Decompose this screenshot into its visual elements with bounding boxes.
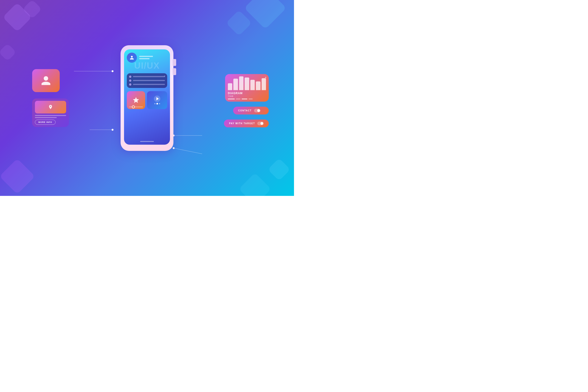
diagram-bline-1 — [228, 98, 235, 99]
diagram-card: × DIAGRAM 736$ — [225, 74, 269, 102]
contact-knob — [257, 109, 260, 112]
pay-toggle[interactable] — [257, 122, 264, 125]
contact-toggle[interactable] — [254, 108, 260, 112]
bar-7 — [262, 78, 266, 90]
play-card — [147, 91, 167, 109]
contact-row: CONTACT — [233, 106, 269, 114]
diagram-bottom-lines — [228, 98, 266, 99]
list-card: × — [127, 73, 167, 88]
star-card — [127, 91, 145, 109]
play-dot-2 — [156, 103, 158, 104]
bg-diamond-7 — [239, 173, 271, 196]
phone-user-icon — [129, 55, 134, 60]
bar-3 — [239, 76, 244, 90]
phone-screen: UI/UX × — [124, 49, 170, 145]
star-icon — [132, 96, 140, 104]
phone-home-bar — [140, 141, 154, 142]
bar-4 — [244, 78, 249, 90]
list-item — [129, 80, 165, 82]
svg-point-1 — [112, 70, 114, 72]
phone-button-1 — [173, 59, 176, 66]
bg-diamond-8 — [0, 44, 16, 61]
diagram-value: 736$ — [228, 95, 266, 97]
star-slider[interactable] — [129, 106, 143, 108]
bar-1 — [228, 83, 232, 90]
phone-mockup: UI/UX × — [120, 45, 174, 151]
header-line-2 — [139, 58, 150, 59]
background: MORE INFO UI/UX × — [0, 0, 294, 196]
right-cards-container: × DIAGRAM 736$ CONTACT — [224, 74, 269, 127]
bg-diamond-5 — [0, 158, 35, 194]
info-lines — [35, 115, 66, 118]
profile-card — [32, 69, 60, 92]
diagram-title: DIAGRAM — [228, 92, 266, 94]
diagram-close-icon[interactable]: × — [265, 76, 266, 78]
bar-6 — [256, 81, 260, 90]
info-line-2 — [35, 117, 57, 118]
diagram-bline-3 — [242, 98, 247, 99]
info-line-1 — [35, 115, 66, 116]
list-line-2 — [133, 80, 165, 81]
svg-line-6 — [174, 148, 202, 154]
pay-with-target-button[interactable]: PAY WITH TARGET — [224, 120, 269, 127]
contact-button[interactable]: CONTACT — [233, 106, 269, 114]
svg-point-7 — [173, 147, 174, 149]
diagram-bars — [228, 76, 266, 90]
phone-header — [127, 52, 167, 63]
pay-row: PAY WITH TARGET — [224, 120, 269, 127]
diagram-bline-4 — [248, 98, 253, 99]
phone-avatar — [127, 52, 137, 63]
map-image — [35, 101, 66, 114]
play-dots — [154, 103, 160, 104]
phone-button-2 — [173, 68, 176, 75]
bar-2 — [233, 78, 238, 90]
play-dot-1 — [154, 103, 156, 104]
bg-diamond-4 — [226, 10, 252, 36]
diagram-bline-2 — [236, 98, 240, 99]
list-item — [129, 76, 165, 78]
bottom-cards — [127, 91, 167, 109]
location-icon — [48, 104, 53, 110]
pay-knob — [260, 122, 263, 125]
more-info-button[interactable]: MORE INFO — [35, 120, 56, 125]
play-icon[interactable] — [154, 96, 160, 102]
list-dot-1 — [129, 76, 132, 78]
bar-5 — [250, 80, 255, 90]
list-line-1 — [133, 76, 165, 77]
info-card: MORE INFO — [32, 98, 69, 127]
bg-diamond-3 — [244, 0, 286, 29]
list-dot-3 — [129, 83, 132, 86]
list-item — [129, 83, 165, 86]
header-line-1 — [139, 56, 153, 57]
left-cards-container: MORE INFO — [32, 69, 69, 127]
phone-header-lines — [139, 56, 153, 59]
svg-point-3 — [112, 129, 114, 131]
user-icon — [40, 75, 52, 86]
play-dot-3 — [159, 103, 160, 104]
list-close-icon[interactable]: × — [164, 75, 166, 78]
star-slider-thumb — [132, 106, 135, 108]
contact-label: CONTACT — [238, 109, 252, 112]
list-line-3 — [133, 84, 165, 85]
pay-label: PAY WITH TARGET — [229, 122, 255, 125]
bg-diamond-6 — [268, 158, 290, 181]
list-dot-2 — [129, 80, 132, 82]
